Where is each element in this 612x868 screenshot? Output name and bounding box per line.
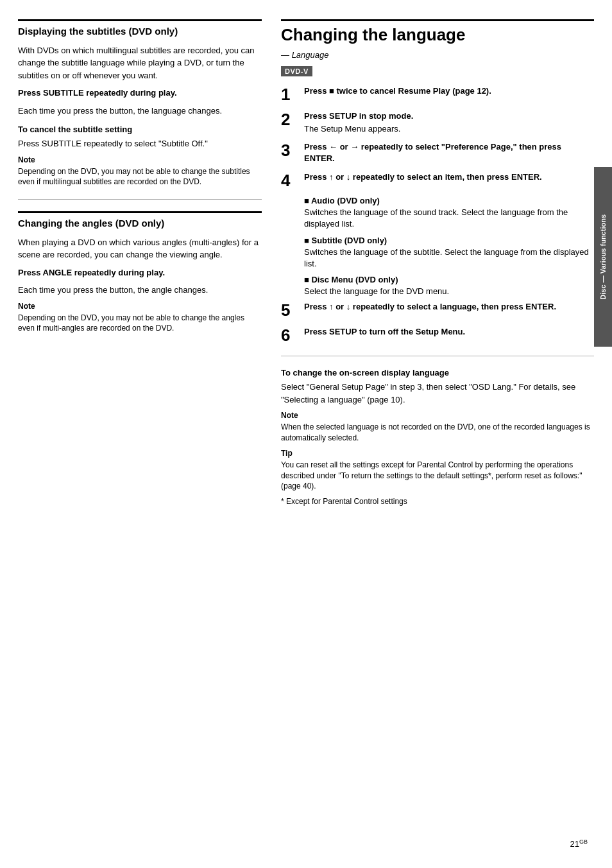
dvd-badge: DVD-V [281, 66, 312, 76]
sub-item-subtitle: Subtitle (DVD only) Switches the languag… [304, 236, 594, 270]
sub-item-audio-title: Audio (DVD only) [304, 196, 594, 205]
step-5-num: 5 [281, 301, 299, 320]
sub-item-subtitle-text: Switches the language of the subtitle. S… [304, 247, 594, 270]
step-4-main: Press ↑ or ↓ repeatedly to select an ite… [304, 171, 594, 183]
step-4-num: 4 [281, 171, 299, 190]
section-subtitles-intro: With DVDs on which multilingual subtitle… [18, 44, 262, 82]
cancel-subtitle-title: To cancel the subtitle setting [18, 125, 262, 134]
divider-1 [18, 199, 262, 200]
section-subtitles-title: Displaying the subtitles (DVD only) [18, 19, 262, 38]
right-section-title: Changing the language [281, 19, 594, 45]
lang-subtitle: Language [281, 50, 594, 60]
step-2: 2 Press SETUP in stop mode. The Setup Me… [281, 110, 594, 135]
tip-title: Tip [281, 449, 594, 458]
tip-text: You can reset all the settings except fo… [281, 460, 594, 492]
step-6-num: 6 [281, 326, 299, 345]
section-angles: Changing the angles (DVD only) When play… [18, 211, 262, 334]
sub-item-audio: Audio (DVD only) Switches the language o… [304, 196, 594, 230]
press-subtitle-label: Press SUBTITLE repeatedly during play. [18, 88, 177, 98]
osd-section-title: To change the on-screen display language [281, 368, 594, 378]
divider-2 [281, 356, 594, 356]
angle-note-text: Depending on the DVD, you may not be abl… [18, 313, 262, 334]
press-subtitle-text: Each time you press the button, the lang… [18, 105, 262, 117]
osd-section-text: Select "General Setup Page" in step 3, t… [281, 381, 594, 406]
step-1-num: 1 [281, 85, 299, 104]
step-3: 3 Press ← or → repeatedly to select "Pre… [281, 141, 594, 164]
sub-item-disc-menu-title: Disc Menu (DVD only) [304, 275, 594, 284]
osd-note-text: When the selected language is not record… [281, 422, 594, 444]
sub-item-disc-menu-text: Select the language for the DVD menu. [304, 286, 594, 297]
left-column: Displaying the subtitles (DVD only) With… [18, 19, 262, 849]
step-5-main: Press ↑ or ↓ repeatedly to select a lang… [304, 301, 594, 313]
subtitle-note-title: Note [18, 155, 262, 164]
side-tab: Disc — Various functions [594, 167, 612, 347]
cancel-subtitle-text: Press SUBTITLE repeatedly to select "Sub… [18, 137, 262, 150]
page-number: 21GB [570, 838, 588, 849]
step-3-main: Press ← or → repeatedly to select "Prefe… [304, 141, 594, 164]
step-3-num: 3 [281, 141, 299, 160]
step-4: 4 Press ↑ or ↓ repeatedly to select an i… [281, 171, 594, 190]
subtitle-note-text: Depending on the DVD, you may not be abl… [18, 166, 262, 188]
right-column: Changing the language Language DVD-V 1 P… [281, 19, 594, 849]
angle-note-title: Note [18, 302, 262, 311]
step-2-num: 2 [281, 110, 299, 129]
step-1: 1 Press ■ twice to cancel Resume Play (p… [281, 85, 594, 104]
step-6-main: Press SETUP to turn off the Setup Menu. [304, 326, 594, 338]
sub-item-audio-text: Switches the language of the sound track… [304, 207, 594, 230]
side-tab-label: Disc — Various functions [599, 214, 607, 300]
section-angles-title: Changing the angles (DVD only) [18, 211, 262, 230]
section-angles-intro: When playing a DVD on which various angl… [18, 236, 262, 261]
press-angle-text: Each time you press the button, the angl… [18, 284, 262, 297]
step-2-sub: The Setup Menu appears. [304, 123, 594, 135]
step-2-main: Press SETUP in stop mode. [304, 110, 594, 122]
step-6: 6 Press SETUP to turn off the Setup Menu… [281, 326, 594, 345]
sub-items-container: Audio (DVD only) Switches the language o… [304, 196, 594, 297]
step-5: 5 Press ↑ or ↓ repeatedly to select a la… [281, 301, 594, 320]
footnote: * Except for Parental Control settings [281, 496, 594, 507]
section-osd-language: To change the on-screen display language… [281, 368, 594, 507]
step-1-main: Press ■ twice to cancel Resume Play (pag… [304, 85, 594, 97]
sub-item-subtitle-title: Subtitle (DVD only) [304, 236, 594, 245]
press-angle-label: Press ANGLE repeatedly during play. [18, 268, 165, 277]
osd-note-title: Note [281, 411, 594, 420]
section-subtitles: Displaying the subtitles (DVD only) With… [18, 19, 262, 187]
sub-item-disc-menu: Disc Menu (DVD only) Select the language… [304, 275, 594, 297]
